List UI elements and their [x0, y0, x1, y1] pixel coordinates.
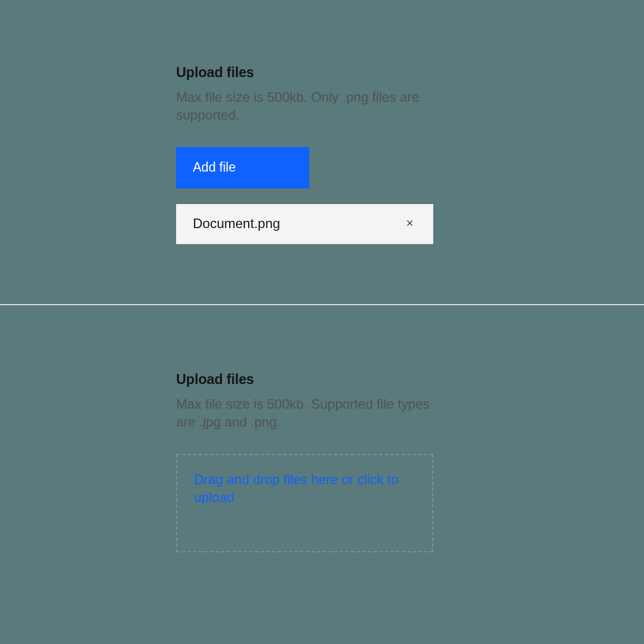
close-icon [404, 217, 415, 230]
add-file-button[interactable]: Add file [176, 147, 309, 188]
upload-description: Max file size is 500kb. Supported file t… [176, 395, 433, 432]
upload-description: Max file size is 500kb. Only .png files … [176, 88, 433, 125]
upload-container: Upload files Max file size is 500kb. Onl… [176, 64, 433, 244]
upload-container: Upload files Max file size is 500kb. Sup… [176, 371, 433, 552]
file-name: Document.png [193, 216, 280, 231]
uploaded-file-item: Document.png [176, 204, 433, 244]
upload-title: Upload files [176, 371, 433, 387]
upload-dropzone-example-section: Upload files Max file size is 500kb. Sup… [0, 305, 644, 644]
dropzone-label: Drag and drop files here or click to upl… [194, 471, 415, 507]
upload-button-example-section: Upload files Max file size is 500kb. Onl… [0, 0, 644, 305]
file-dropzone[interactable]: Drag and drop files here or click to upl… [176, 454, 433, 552]
remove-file-button[interactable] [403, 217, 416, 230]
upload-title: Upload files [176, 64, 433, 80]
